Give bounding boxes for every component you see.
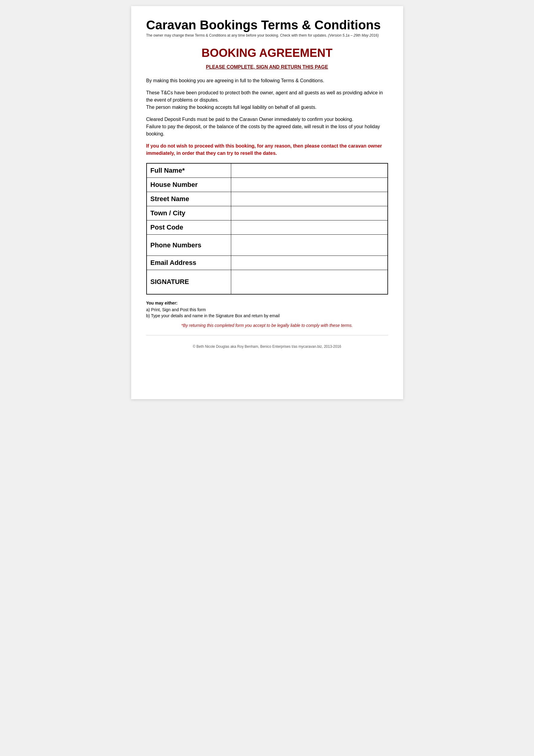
street-name-input[interactable] [234,196,385,202]
legal-disclaimer: *By returning this completed form you ac… [146,323,388,328]
main-title: Caravan Bookings Terms & Conditions [146,18,388,32]
signature-input[interactable] [234,279,385,284]
table-row: Town / City [146,206,388,221]
page: Caravan Bookings Terms & Conditions The … [131,6,403,399]
phone-numbers-input-cell[interactable] [231,235,388,256]
house-number-input-cell[interactable] [231,178,388,192]
email-address-input-cell[interactable] [231,256,388,270]
paragraph-3: Cleared Deposit Funds must be paid to th… [146,116,388,138]
email-address-label: Email Address [146,256,231,270]
full-name-input-cell[interactable] [231,163,388,178]
signature-label: SIGNATURE [146,270,231,294]
phone-numbers-input[interactable] [234,243,385,248]
table-row: Phone Numbers [146,235,388,256]
phone-numbers-label: Phone Numbers [146,235,231,256]
signature-input-cell[interactable] [231,270,388,294]
please-complete-label: PLEASE COMPLETE, SIGN AND RETURN THIS PA… [146,65,388,70]
full-name-label: Full Name* [146,163,231,178]
option-a: a) Print, Sign and Post this form [146,307,388,312]
table-row: SIGNATURE [146,270,388,294]
paragraph-1: By making this booking you are agreeing … [146,77,388,84]
table-row: Email Address [146,256,388,270]
option-b: b) Type your details and name in the Sig… [146,313,388,318]
town-city-input-cell[interactable] [231,206,388,221]
street-name-input-cell[interactable] [231,192,388,206]
divider [146,335,388,336]
booking-agreement-title: BOOKING AGREEMENT [146,46,388,60]
town-city-label: Town / City [146,206,231,221]
table-row: Post Code [146,221,388,235]
house-number-label: House Number [146,178,231,192]
house-number-input[interactable] [234,182,385,187]
email-address-input[interactable] [234,260,385,265]
post-code-input[interactable] [234,225,385,230]
paragraph-2: These T&Cs have been produced to protect… [146,89,388,111]
town-city-input[interactable] [234,210,385,216]
full-name-input[interactable] [234,168,385,173]
post-code-label: Post Code [146,221,231,235]
table-row: Full Name* [146,163,388,178]
table-row: Street Name [146,192,388,206]
table-row: House Number [146,178,388,192]
warning-text: If you do not wish to proceed with this … [146,143,388,157]
post-code-input-cell[interactable] [231,221,388,235]
booking-form-table: Full Name* House Number Street Name Town… [146,163,388,295]
street-name-label: Street Name [146,192,231,206]
header: Caravan Bookings Terms & Conditions The … [146,18,388,38]
subtitle: The owner may change these Terms & Condi… [146,33,388,38]
copyright: © Beth Nicole Douglas aka Roy Benham, Be… [146,344,388,349]
you-may-either-heading: You may either: [146,301,388,306]
